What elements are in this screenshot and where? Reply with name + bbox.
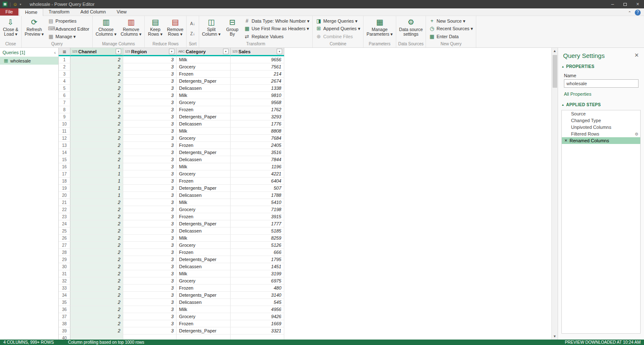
cell[interactable]: 3516 (231, 149, 284, 156)
cell[interactable]: 7844 (231, 156, 284, 163)
cell[interactable]: 3 (123, 242, 177, 249)
cell[interactable]: 3 (123, 256, 177, 263)
cell[interactable]: 3 (123, 92, 177, 99)
cell[interactable]: Frozen (177, 320, 231, 327)
scrollbar-thumb[interactable] (553, 55, 557, 88)
cell[interactable]: 2 (70, 85, 123, 92)
merge-queries-button[interactable]: ◨Merge Queries ▾ (314, 18, 362, 25)
keep-rows-button[interactable]: ▤Keep Rows ▾ (146, 16, 164, 41)
cell[interactable]: 3 (123, 277, 177, 285)
cell[interactable] (177, 335, 231, 340)
cell[interactable]: Milk (177, 270, 231, 277)
cell[interactable]: 9810 (231, 92, 284, 99)
cell[interactable]: Frozen (177, 213, 231, 220)
scroll-down-icon[interactable]: ▼ (552, 333, 558, 340)
filter-dropdown-icon[interactable]: ▾ (277, 49, 282, 54)
cell[interactable]: Frozen (177, 106, 231, 113)
cell[interactable]: 3 (123, 313, 177, 320)
cell[interactable]: 2 (70, 249, 123, 256)
cell[interactable]: 9568 (231, 99, 284, 106)
cell[interactable]: 2 (70, 306, 123, 313)
column-header-category[interactable]: ABCCategory▾ (177, 48, 231, 56)
cell[interactable]: 3 (123, 128, 177, 135)
enter-data-button[interactable]: ▦Enter Data (427, 33, 475, 40)
cell[interactable]: 3915 (231, 213, 284, 220)
cell[interactable]: Detergents_Paper (177, 220, 231, 227)
cell[interactable]: Milk (177, 128, 231, 135)
cell[interactable]: 3 (123, 285, 177, 292)
cell[interactable]: 2 (70, 128, 123, 135)
query-name-input[interactable] (564, 79, 639, 88)
cell[interactable]: 1 (70, 185, 123, 192)
step-settings-gear-icon[interactable]: ⚙ (635, 132, 639, 136)
cell[interactable]: 3 (123, 249, 177, 256)
cell[interactable]: Delicassen (177, 263, 231, 270)
cell[interactable]: 2 (70, 78, 123, 85)
group-by-button[interactable]: ⊟Group By (223, 16, 242, 41)
cell[interactable]: 3 (123, 170, 177, 178)
cell[interactable]: 1 (70, 178, 123, 185)
cell[interactable]: 9656 (231, 56, 284, 63)
column-header-channel[interactable]: 123Channel▾ (70, 48, 123, 56)
tab-file[interactable]: File (0, 8, 18, 16)
cell[interactable]: 2 (70, 256, 123, 263)
advanced-editor-button[interactable]: ⌨Advanced Editor (46, 25, 91, 32)
cell[interactable]: 3 (123, 320, 177, 327)
cell[interactable] (70, 335, 123, 340)
collapse-queries-pane-icon[interactable]: ‹ (54, 50, 56, 55)
cell[interactable]: 2 (70, 206, 123, 213)
remove-columns-button[interactable]: ▥Remove Columns ▾ (119, 16, 143, 41)
cell[interactable]: Delicassen (177, 192, 231, 199)
cell[interactable]: 9426 (231, 313, 284, 320)
cell[interactable]: 3 (123, 178, 177, 185)
cell[interactable]: Milk (177, 235, 231, 242)
remove-rows-button[interactable]: ▤Remove Rows ▾ (165, 16, 185, 41)
cell[interactable]: Delicassen (177, 156, 231, 163)
cell[interactable]: Delicassen (177, 85, 231, 92)
new-source-button[interactable]: +New Source ▾ (427, 18, 475, 25)
cell[interactable]: Milk (177, 306, 231, 313)
cell[interactable]: 7684 (231, 135, 284, 142)
cell[interactable]: 3 (123, 220, 177, 227)
cell[interactable]: Grocery (177, 99, 231, 106)
cell[interactable]: Grocery (177, 63, 231, 71)
close-settings-icon[interactable]: ✕ (634, 52, 639, 58)
cell[interactable]: Frozen (177, 142, 231, 149)
cell[interactable]: 2674 (231, 78, 284, 85)
tab-transform[interactable]: Transform (43, 8, 75, 16)
cell[interactable]: 3 (123, 213, 177, 220)
cell[interactable]: 2 (70, 299, 123, 306)
vertical-scrollbar[interactable]: ▲ ▼ (551, 48, 558, 340)
cell[interactable]: Frozen (177, 285, 231, 292)
data-source-settings-button[interactable]: ⚙Data source settings (397, 16, 425, 41)
cell[interactable]: 3 (123, 263, 177, 270)
cell[interactable]: 2 (70, 220, 123, 227)
cell[interactable]: 2 (70, 92, 123, 99)
cell[interactable]: Milk (177, 56, 231, 63)
cell[interactable]: 2 (70, 135, 123, 142)
cell[interactable]: Delicassen (177, 120, 231, 128)
cell[interactable]: 3 (123, 71, 177, 78)
cell[interactable]: 2 (70, 113, 123, 120)
cell[interactable]: 6975 (231, 277, 284, 285)
cell[interactable]: Frozen (177, 249, 231, 256)
filter-dropdown-icon[interactable]: ▾ (116, 49, 121, 54)
cell[interactable]: Frozen (177, 178, 231, 185)
applied-steps-section-header[interactable]: ▲ APPLIED STEPS (558, 102, 644, 108)
applied-step-source[interactable]: Source (562, 110, 640, 117)
cell[interactable]: 3140 (231, 292, 284, 299)
cell[interactable]: 2 (70, 263, 123, 270)
data-type-whole-number-button[interactable]: #Data Type: Whole Number ▾ (242, 18, 311, 25)
cell[interactable]: 2 (70, 313, 123, 320)
cell[interactable]: 2 (70, 277, 123, 285)
cell[interactable]: 1669 (231, 320, 284, 327)
applied-step-unpivoted-columns[interactable]: Unpivoted Columns (562, 124, 640, 131)
cell[interactable]: 214 (231, 71, 284, 78)
tab-view[interactable]: View (111, 8, 132, 16)
cell[interactable]: Detergents_Paper (177, 185, 231, 192)
recent-sources-button[interactable]: ◷Recent Sources ▾ (427, 25, 475, 32)
cell[interactable]: 1777 (231, 220, 284, 227)
column-header-region[interactable]: 123Region▾ (123, 48, 177, 56)
cell[interactable]: Delicassen (177, 299, 231, 306)
all-properties-link[interactable]: All Properties (564, 91, 638, 97)
